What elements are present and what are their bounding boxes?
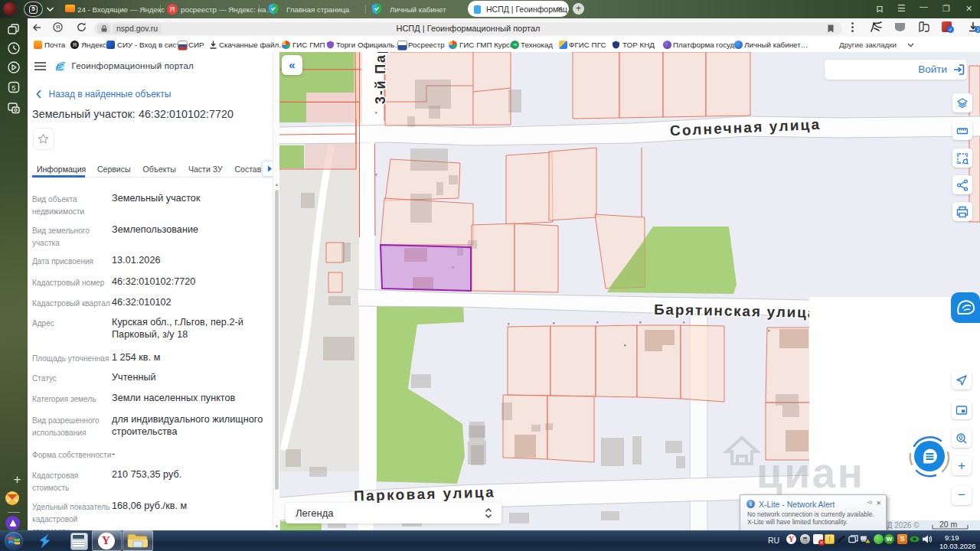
svg-text:циан: циан bbox=[756, 449, 864, 497]
svg-text:20 m: 20 m bbox=[939, 520, 958, 529]
svg-text:3-й Парковый: 3-й Парковый bbox=[373, 52, 388, 104]
svg-text:!: ! bbox=[867, 540, 868, 543]
svg-text:Барятинская улица: Барятинская улица bbox=[654, 302, 818, 321]
svg-text:Я: Я bbox=[56, 24, 60, 31]
svg-text:5: 5 bbox=[11, 83, 15, 92]
